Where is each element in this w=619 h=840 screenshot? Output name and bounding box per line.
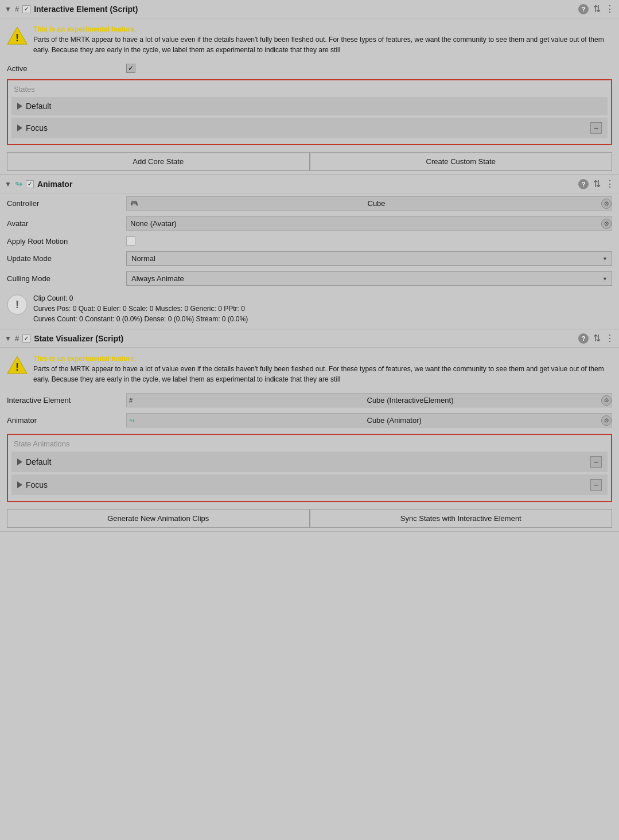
active-label: Active [7, 64, 122, 73]
experimental-warning-text: This is an experimental feature. Parts o… [33, 24, 612, 55]
sv-animator-target-button[interactable]: ⊙ [601, 415, 612, 426]
ie-hash-icon: # [127, 395, 364, 406]
focus-remove-button[interactable]: − [590, 122, 602, 134]
checkmark-icon: ✓ [24, 6, 29, 12]
sv-warning-body: Parts of the MRTK appear to have a lot o… [33, 364, 612, 384]
animator-title: Animator [37, 180, 575, 189]
svg-text:!: ! [15, 299, 19, 310]
state-name-default: Default [26, 102, 51, 111]
avatar-field-row: Avatar None (Avatar) ⊙ [0, 213, 619, 234]
apply-root-field-row: Apply Root Motion [0, 234, 619, 248]
sa-triangle-icon-default[interactable] [17, 458, 22, 465]
sv-help-icon[interactable]: ? [578, 333, 589, 344]
create-custom-state-button[interactable]: Create Custom State [310, 152, 613, 171]
apply-root-label: Apply Root Motion [7, 237, 122, 246]
panel-header-icons: ? ⇅ ⋮ [578, 3, 614, 14]
animator-enabled-checkbox[interactable]: ✓ [26, 180, 34, 188]
states-button-row: Add Core State Create Custom State [0, 149, 619, 174]
hash-icon: # [15, 5, 19, 13]
sv-experimental-warning-text: This is an experimental feature. Parts o… [33, 353, 612, 384]
sa-default-remove-button[interactable]: − [590, 456, 602, 468]
ie-target-button[interactable]: ⊙ [601, 395, 612, 406]
sa-state-name-default: Default [26, 457, 51, 466]
sv-experimental-warning-box: ! This is an experimental feature. Parts… [0, 348, 619, 390]
state-item-focus: Focus − [11, 118, 608, 138]
interactive-element-input: # Cube (InteractiveElement) ⊙ [126, 393, 612, 407]
animator-collapse-icon[interactable]: ▼ [5, 180, 11, 188]
update-mode-select[interactable]: Normal Animate Physics Unscaled Time [126, 251, 612, 266]
animator-symbol-icon: ↬ [15, 178, 22, 189]
state-visualizer-panel: ▼ # ✓ State Visualizer (Script) ? ⇅ ⋮ ! … [0, 329, 619, 532]
culling-mode-field-row: Culling Mode Always Animate Cull Update … [0, 269, 619, 289]
generate-animation-clips-button[interactable]: Generate New Animation Clips [7, 509, 310, 528]
interactive-element-panel: ▼ # ✓ Interactive Element (Script) ? ⇅ ⋮… [0, 0, 619, 175]
state-item-default-left: Default [17, 102, 51, 111]
interactive-element-value-text: Cube (InteractiveElement) [364, 394, 602, 407]
state-animations-box: State Animations Default − Focus − [7, 434, 612, 502]
warning-title: This is an experimental feature. [33, 24, 612, 34]
state-animations-label: State Animations [11, 438, 608, 452]
sa-default-minus-icon: − [594, 458, 598, 466]
sv-collapse-icon[interactable]: ▼ [5, 335, 11, 343]
culling-mode-select[interactable]: Always Animate Cull Update Transforms Cu… [126, 271, 612, 286]
sv-animator-input: ↬ Cube (Animator) ⊙ [126, 413, 612, 427]
add-core-state-button[interactable]: Add Core State [7, 152, 310, 171]
sv-animator-icon: ↬ [127, 414, 364, 427]
sa-state-item-default: Default − [11, 452, 608, 472]
more-icon[interactable]: ⋮ [605, 3, 614, 14]
clip-count: Clip Count: 0 [33, 293, 248, 304]
update-mode-select-wrapper: Normal Animate Physics Unscaled Time [126, 251, 612, 266]
animator-info-box: ! Clip Count: 0 Curves Pos: 0 Quat: 0 Eu… [0, 289, 619, 329]
triangle-icon-default[interactable] [17, 103, 22, 110]
interactive-element-field-row: Interactive Element # Cube (InteractiveE… [0, 390, 619, 410]
sa-focus-remove-button[interactable]: − [590, 479, 602, 491]
sa-state-name-focus: Focus [26, 480, 48, 489]
sv-animator-label: Animator [7, 416, 122, 425]
sliders-icon[interactable]: ⇅ [593, 3, 601, 14]
sv-animator-value-wrapper: ↬ Cube (Animator) ⊙ [126, 413, 612, 427]
sv-enabled-checkbox[interactable]: ✓ [22, 335, 30, 343]
sync-states-button[interactable]: Sync States with Interactive Element [310, 509, 613, 528]
panel-enabled-checkbox[interactable]: ✓ [22, 5, 30, 13]
animator-help-icon[interactable]: ? [578, 179, 589, 189]
warning-body: Parts of the MRTK appear to have a lot o… [33, 34, 612, 55]
controller-value-text: Cube [364, 197, 602, 210]
curves-pos: Curves Pos: 0 Quat: 0 Euler: 0 Scale: 0 … [33, 304, 248, 314]
svg-text:!: ! [15, 32, 19, 44]
sv-more-icon[interactable]: ⋮ [605, 333, 614, 344]
sa-state-item-focus: Focus − [11, 475, 608, 495]
apply-root-checkbox[interactable] [126, 236, 135, 246]
triangle-icon-focus[interactable] [17, 125, 22, 131]
animator-header-icons: ? ⇅ ⋮ [578, 178, 614, 189]
sa-focus-left: Focus [17, 480, 48, 489]
interactive-element-field-label: Interactive Element [7, 396, 122, 405]
active-checkbox[interactable]: ✓ [126, 64, 135, 73]
culling-mode-label: Culling Mode [7, 274, 122, 283]
avatar-target-button[interactable]: ⊙ [601, 219, 612, 229]
help-icon[interactable]: ? [578, 4, 589, 14]
state-name-focus: Focus [26, 123, 48, 133]
update-mode-field-row: Update Mode Normal Animate Physics Unsca… [0, 248, 619, 269]
sv-sliders-icon[interactable]: ⇅ [593, 333, 601, 344]
state-item-default: Default [11, 97, 608, 115]
sv-animator-value-text: Cube (Animator) [364, 414, 602, 427]
avatar-input: None (Avatar) ⊙ [126, 216, 612, 231]
warning-triangle-icon: ! [7, 25, 28, 46]
avatar-value-text: None (Avatar) [127, 217, 601, 230]
interactive-element-header: ▼ # ✓ Interactive Element (Script) ? ⇅ ⋮ [0, 0, 619, 18]
states-box: States Default Focus − [7, 79, 612, 145]
controller-value-wrapper: 🎮 Cube ⊙ [126, 196, 612, 211]
active-checkmark-icon: ✓ [128, 64, 134, 72]
animator-more-icon[interactable]: ⋮ [605, 178, 614, 189]
sa-triangle-icon-focus[interactable] [17, 481, 22, 488]
animator-sliders-icon[interactable]: ⇅ [593, 178, 601, 189]
sa-focus-minus-icon: − [594, 481, 598, 489]
controller-input: 🎮 Cube ⊙ [126, 196, 612, 211]
interactive-element-title: Interactive Element (Script) [34, 5, 575, 14]
collapse-arrow-icon[interactable]: ▼ [5, 5, 11, 13]
animator-info-text: Clip Count: 0 Curves Pos: 0 Quat: 0 Eule… [33, 293, 248, 324]
interactive-element-field-value: # Cube (InteractiveElement) ⊙ [126, 393, 612, 407]
sv-warning-triangle-icon: ! [7, 355, 28, 375]
controller-target-button[interactable]: ⊙ [601, 199, 612, 209]
sv-check-icon: ✓ [24, 335, 29, 341]
